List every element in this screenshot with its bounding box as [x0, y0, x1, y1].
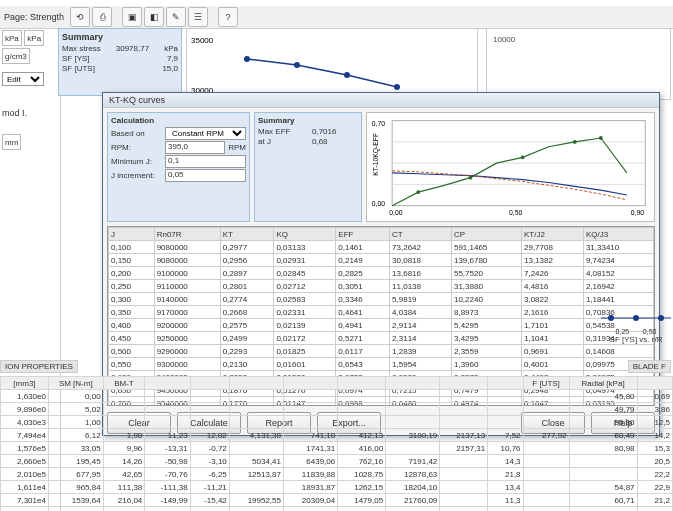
table-header: KT/J2 — [521, 228, 583, 241]
dialog-title: KT-KQ curves — [103, 93, 659, 108]
stress-chart: 35000 30000 — [186, 28, 478, 100]
toolbar-button-1[interactable]: ⟲ — [70, 7, 90, 27]
table-row[interactable]: 0,40092000000,25750,021390,49412,91145,4… — [109, 319, 654, 332]
svg-text:0,50: 0,50 — [509, 209, 522, 216]
dialog-summary-panel: Summary Max EFF0,7016 at J0,68 — [254, 112, 362, 222]
table-header: EFF — [336, 228, 390, 241]
table-row[interactable]: 0,10090800000,29770,031330,146173,264259… — [109, 241, 654, 254]
svg-text:KT-10KQ-EFF: KT-10KQ-EFF — [372, 133, 380, 176]
table-row[interactable]: 7,494e46,121,9811,2312,024,131,38741,184… — [1, 429, 673, 442]
svg-text:0,90: 0,90 — [631, 209, 644, 216]
rpm-input[interactable]: 395,0 — [165, 141, 225, 154]
svg-point-5 — [394, 84, 400, 90]
svg-point-17 — [468, 176, 472, 180]
svg-text:0,00: 0,00 — [389, 209, 402, 216]
svg-point-4 — [344, 72, 350, 78]
table-row[interactable]: 0,20091000000,28970,028450,282513,681655… — [109, 267, 654, 280]
svg-point-3 — [294, 62, 300, 68]
blade-header: BLADE F — [628, 360, 671, 373]
j-increment-input[interactable]: 0,05 — [165, 169, 246, 182]
toolbar-button-4[interactable]: ◧ — [144, 7, 164, 27]
svg-text:35000: 35000 — [191, 36, 214, 45]
svg-point-18 — [521, 155, 525, 159]
svg-point-19 — [573, 140, 577, 144]
svg-point-16 — [416, 190, 420, 194]
unit-selector-2[interactable]: kPa — [24, 30, 44, 46]
unit-selector-1[interactable]: kPa — [2, 30, 22, 46]
table-header: J — [109, 228, 155, 241]
table-row[interactable]: 0,45092500000,24990,021720,52712,31143,4… — [109, 332, 654, 345]
unit-selector-3[interactable]: g/cm3 — [2, 48, 30, 64]
table-row[interactable]: 0,55093000000,21300,016010,65431,59541,3… — [109, 358, 654, 371]
table-row[interactable]: 0,35091700000,26680,023310,46414,03848,8… — [109, 306, 654, 319]
svg-point-24 — [658, 315, 664, 321]
table-header: KQ — [274, 228, 336, 241]
toolbar-button-2[interactable]: ⎙ — [92, 7, 112, 27]
table-header: KT — [220, 228, 274, 241]
svg-point-23 — [633, 315, 639, 321]
table-row[interactable]: 0,30091400000,27740,025830,33465,981910,… — [109, 293, 654, 306]
calculation-panel: Calculation Based onConstant RPM RPM:395… — [107, 112, 250, 222]
edit-mode-select[interactable]: Edit — [2, 72, 44, 86]
svg-point-20 — [599, 136, 603, 140]
table-row[interactable]: 4,030e31,0055,8012,5 — [1, 416, 673, 429]
table-row[interactable]: 1,630e00,0045,800,69 — [1, 390, 673, 403]
table-header: CT — [390, 228, 452, 241]
toolbar-button-6[interactable]: ☰ — [188, 7, 208, 27]
min-j-input[interactable]: 0,1 — [165, 155, 246, 168]
based-on-select[interactable]: Constant RPM — [165, 127, 246, 140]
sf-axis-label: 0,25 0,50 SF [YS] vs. r/R — [601, 310, 671, 344]
toolbar-button-3[interactable]: ▣ — [122, 7, 142, 27]
ktkq-chart: KT-10KQ-EFF 0,700,00 0,000,500,90 — [366, 112, 655, 222]
unit-selector-4[interactable]: mm — [2, 134, 21, 150]
table-row[interactable]: 0,25091100000,28010,027120,305111,013831… — [109, 280, 654, 293]
page-label: Page: Strength — [4, 12, 64, 22]
svg-point-2 — [244, 56, 250, 62]
table-row[interactable]: 1,611e4965,84111,38-111,38-11,2118931,87… — [1, 481, 673, 494]
toolbar-help-button[interactable]: ? — [218, 7, 238, 27]
table-header: CP — [451, 228, 521, 241]
table-row[interactable]: 2,660e5195,4514,26-50,98-3,105034,416439… — [1, 455, 673, 468]
table-row[interactable]: 2,010e5677,9542,65-70,76-6,2512513,87118… — [1, 468, 673, 481]
table-row[interactable]: 7,301e41539,64216,04-149,99-15,4219952,5… — [1, 494, 673, 507]
table-row[interactable]: 1,576e533,059,96-13,31-0,721741,31416,00… — [1, 442, 673, 455]
summary-title: Summary — [62, 32, 178, 42]
table-row[interactable]: 0,50092900000,22930,018250,61171,28392,3… — [109, 345, 654, 358]
secondary-chart: 10000 — [486, 28, 671, 100]
table-row[interactable]: 9,896e05,0249,793,86 — [1, 403, 673, 416]
svg-text:0,00: 0,00 — [372, 200, 385, 207]
section-properties-header: ION PROPERTIES — [0, 360, 78, 373]
svg-point-22 — [608, 315, 614, 321]
properties-table[interactable]: [mm3]SM [N-m]BM-TF [UTS]Radial [kPa]1,63… — [0, 376, 673, 511]
table-header: KQ/J3 — [583, 228, 653, 241]
toolbar-button-5[interactable]: ✎ — [166, 7, 186, 27]
table-header: Rn07R — [154, 228, 220, 241]
main-toolbar: Page: Strength ⟲ ⎙ ▣ ◧ ✎ ☰ ? — [0, 6, 673, 29]
table-row[interactable]: 0,15090800000,29560,029310,214930,081813… — [109, 254, 654, 267]
summary-panel: Summary Max stress30978,77kPa SF [YS]7,9… — [58, 28, 182, 96]
svg-text:0,70: 0,70 — [372, 120, 385, 127]
table-row[interactable]: 1,176e5802,82193,80-193,80-19,2224939,73… — [1, 507, 673, 512]
